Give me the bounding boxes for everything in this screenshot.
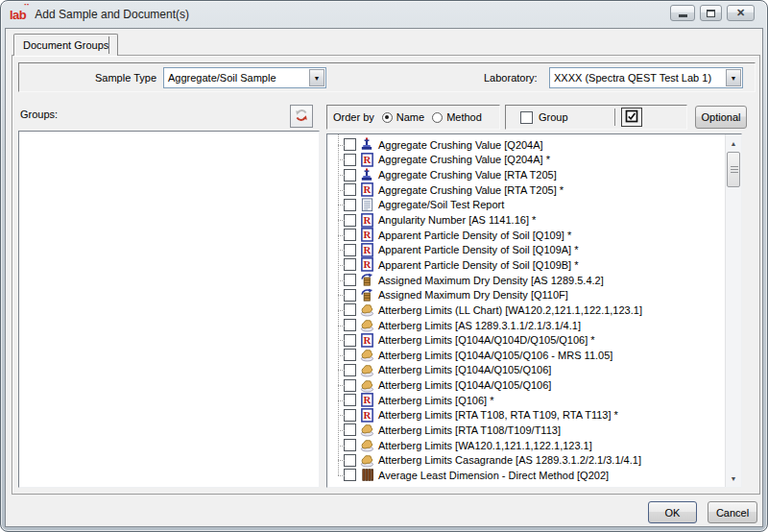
document-row[interactable]: Assigned Maximum Dry Density [AS 1289.5.… xyxy=(327,273,725,288)
document-row[interactable]: R Apparent Particle Density of Soil [Q10… xyxy=(327,257,725,273)
document-row[interactable]: Atterberg Limits [RTA T108/T109/T113] xyxy=(327,423,725,438)
document-label: Average Least Dimension - Direct Method … xyxy=(378,470,609,481)
titlebar[interactable]: lab Add Sample and Document(s) ✕ xyxy=(1,1,767,28)
document-checkbox[interactable] xyxy=(344,379,356,392)
document-checkbox[interactable] xyxy=(344,289,356,302)
sample-type-dropdown[interactable]: Aggregate/Soil Sample ▼ xyxy=(163,67,326,88)
document-row[interactable]: R Atterberg Limits [Q106] * xyxy=(327,393,725,408)
atterberg-icon xyxy=(359,363,374,377)
maximize-button[interactable] xyxy=(700,5,722,21)
document-checkbox[interactable] xyxy=(344,409,356,422)
document-label: Angularity Number [AS 1141.16] * xyxy=(378,214,536,226)
document-label: Atterberg Limits [Q104A/Q105/Q106] xyxy=(378,379,551,391)
document-label: Atterberg Limits Casagrande [AS 1289.3.1… xyxy=(378,454,641,466)
document-checkbox[interactable] xyxy=(344,303,356,316)
chevron-down-icon[interactable]: ▼ xyxy=(726,69,741,86)
group-checkbox[interactable] xyxy=(520,111,533,124)
document-label: Apparent Particle Density of Soil [Q109B… xyxy=(378,259,579,271)
document-row[interactable]: R Apparent Particle Density of Soil [Q10… xyxy=(327,228,725,243)
scroll-down-icon[interactable]: ▼ xyxy=(726,471,741,486)
atterberg-icon xyxy=(359,302,374,317)
document-checkbox[interactable] xyxy=(344,423,356,436)
document-row[interactable]: Atterberg Limits [AS 1289.3.1.1/2.1/3.1/… xyxy=(327,318,725,333)
toolbar-separator xyxy=(614,109,615,126)
document-row[interactable]: Aggregate Crushing Value [RTA T205] xyxy=(327,167,725,182)
document-checkbox[interactable] xyxy=(344,334,356,347)
atterberg-icon xyxy=(359,423,374,437)
refresh-groups-button[interactable] xyxy=(290,105,313,128)
order-by-method-radio[interactable] xyxy=(432,112,443,123)
group-checkbox-label: Group xyxy=(539,111,568,123)
atterberg-icon xyxy=(359,378,374,393)
report-r-icon: R xyxy=(359,213,374,228)
checked-checkbox-icon xyxy=(625,109,638,126)
groups-listbox[interactable] xyxy=(18,131,320,488)
document-row[interactable]: Atterberg Limits Casagrande [AS 1289.3.1… xyxy=(327,452,725,468)
document-checkbox[interactable] xyxy=(344,454,356,467)
document-checkbox[interactable] xyxy=(344,229,356,241)
report-r-icon: R xyxy=(359,243,374,257)
document-checkbox[interactable] xyxy=(344,183,356,196)
document-label: Aggregate/Soil Test Report xyxy=(378,199,504,210)
svg-text:R: R xyxy=(363,334,371,346)
document-row[interactable]: R Atterberg Limits [Q104A/Q104D/Q105/Q10… xyxy=(327,332,725,348)
document-checkbox[interactable] xyxy=(344,439,356,451)
document-row[interactable]: Atterberg Limits (LL Chart) [WA120.2,121… xyxy=(327,302,725,318)
cancel-button[interactable]: Cancel xyxy=(708,501,757,523)
document-checkbox[interactable] xyxy=(344,364,356,376)
svg-text:R: R xyxy=(363,244,371,255)
order-by-name-label: Name xyxy=(396,111,424,123)
document-row[interactable]: Aggregate Crushing Value [Q204A] xyxy=(327,137,725,153)
document-label: Assigned Maximum Dry Density [Q110F] xyxy=(378,289,568,301)
document-row[interactable]: R Aggregate Crushing Value [Q204A] * xyxy=(327,153,725,168)
document-checkbox[interactable] xyxy=(344,274,356,286)
document-row[interactable]: R Angularity Number [AS 1141.16] * xyxy=(327,212,725,228)
document-checkbox[interactable] xyxy=(344,214,356,227)
document-checkbox[interactable] xyxy=(344,138,356,151)
tab-document-groups[interactable]: Document Groups xyxy=(13,34,118,56)
document-row[interactable]: Aggregate/Soil Test Report xyxy=(327,198,725,213)
ok-button[interactable]: OK xyxy=(648,501,697,523)
close-button[interactable]: ✕ xyxy=(727,5,755,21)
ald-icon xyxy=(359,468,374,482)
order-by-name-radio[interactable] xyxy=(382,112,393,123)
document-row[interactable]: R Aggregate Crushing Value [RTA T205] * xyxy=(327,182,725,198)
document-row[interactable]: R Apparent Particle Density of Soil [Q10… xyxy=(327,242,725,257)
document-checkbox[interactable] xyxy=(344,258,356,271)
minimize-button[interactable] xyxy=(670,5,695,21)
document-checkbox[interactable] xyxy=(344,199,356,211)
laboratory-value: XXXX (Spectra QEST Test Lab 1) xyxy=(550,72,725,84)
vertical-scrollbar[interactable]: ▲ ▼ xyxy=(725,134,741,487)
scroll-up-icon[interactable]: ▲ xyxy=(726,135,741,151)
document-row[interactable]: R Atterberg Limits [RTA T108, RTA T109, … xyxy=(327,408,725,423)
document-label: Atterberg Limits [WA120.1,121.1,122.1,12… xyxy=(378,440,592,451)
report-r-icon: R xyxy=(359,393,374,407)
document-checkbox[interactable] xyxy=(344,244,356,256)
document-row[interactable]: Average Least Dimension - Direct Method … xyxy=(327,468,725,483)
document-checkbox[interactable] xyxy=(344,469,356,481)
refresh-icon xyxy=(294,108,309,126)
document-row[interactable]: Atterberg Limits [Q104A/Q105/Q106] xyxy=(327,377,725,393)
order-by-label: Order by xyxy=(333,111,374,123)
optional-button[interactable]: Optional xyxy=(695,106,747,129)
density-icon xyxy=(359,273,374,287)
chevron-down-icon[interactable]: ▼ xyxy=(309,69,324,86)
check-all-button[interactable] xyxy=(621,108,642,127)
sample-type-value: Aggregate/Soil Sample xyxy=(164,72,308,84)
laboratory-dropdown[interactable]: XXXX (Spectra QEST Test Lab 1) ▼ xyxy=(549,67,743,88)
order-by-method-label: Method xyxy=(446,111,482,123)
document-row[interactable]: Atterberg Limits [WA120.1,121.1,122.1,12… xyxy=(327,438,725,453)
document-label: Atterberg Limits [AS 1289.3.1.1/2.1/3.1/… xyxy=(378,320,581,331)
document-row[interactable]: Atterberg Limits [Q104A/Q105/Q106] xyxy=(327,363,725,378)
document-checkbox[interactable] xyxy=(344,394,356,406)
document-checkbox[interactable] xyxy=(344,154,356,166)
document-label: Atterberg Limits [RTA T108, RTA T109, RT… xyxy=(378,409,618,421)
document-checkbox[interactable] xyxy=(344,319,356,331)
thumb-grip-icon xyxy=(731,166,738,174)
document-row[interactable]: Assigned Maximum Dry Density [Q110F] xyxy=(327,287,725,302)
document-checkbox[interactable] xyxy=(344,169,356,181)
document-checkbox[interactable] xyxy=(344,349,356,361)
scrollbar-thumb[interactable] xyxy=(727,152,740,187)
documents-list[interactable]: Aggregate Crushing Value [Q204A] R Aggre… xyxy=(326,133,742,488)
document-row[interactable]: Atterberg Limits [Q104A/Q105/Q106 - MRS … xyxy=(327,348,725,363)
